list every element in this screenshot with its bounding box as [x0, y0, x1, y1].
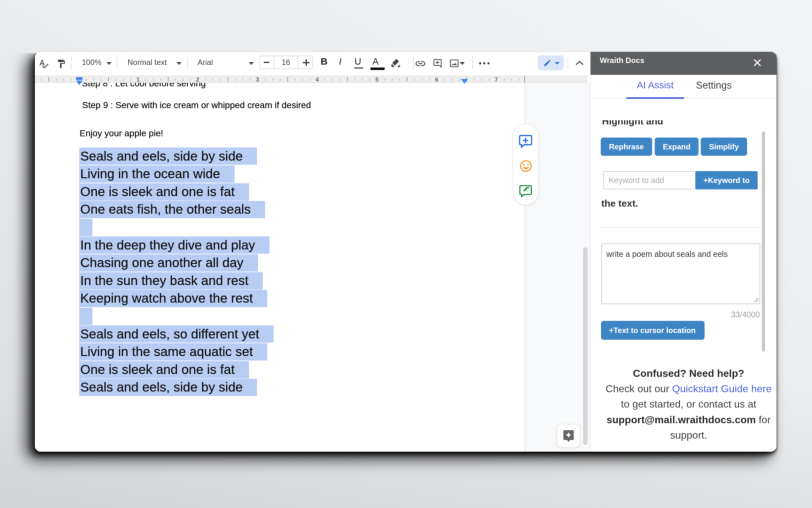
svg-text:4: 4 — [316, 77, 319, 83]
svg-text:3: 3 — [256, 77, 259, 83]
svg-text:1: 1 — [137, 77, 140, 83]
svg-text:6: 6 — [435, 77, 438, 83]
svg-text:7: 7 — [495, 77, 498, 83]
svg-text:2: 2 — [196, 77, 199, 83]
svg-text:5: 5 — [375, 77, 379, 83]
